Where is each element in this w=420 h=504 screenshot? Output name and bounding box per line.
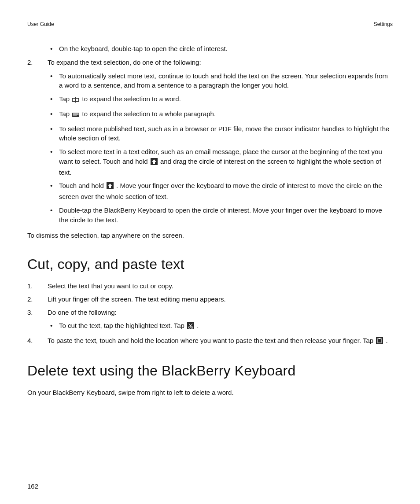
step-3: 3. Do one of the following: To cut the t… bbox=[27, 308, 393, 332]
list-item: Tap to expand the selection to a whole p… bbox=[50, 109, 393, 120]
list-item: Tap to expand the selection to a word. bbox=[50, 94, 393, 105]
step-text: Lift your finger off the screen. The tex… bbox=[48, 295, 226, 303]
step-text: . bbox=[386, 337, 388, 344]
paste-icon bbox=[376, 337, 383, 347]
step-text: Select the text that you want to cut or … bbox=[48, 282, 173, 290]
text: Tap bbox=[59, 95, 71, 103]
text: to expand the selection to a word. bbox=[82, 95, 181, 103]
shift-icon bbox=[107, 182, 114, 192]
step-4: 4. To paste the text, touch and hold the… bbox=[27, 336, 393, 347]
select-paragraph-icon bbox=[72, 110, 79, 120]
cut-icon bbox=[187, 322, 194, 332]
shift-icon bbox=[151, 158, 158, 168]
text: to expand the selection to a whole parag… bbox=[82, 110, 216, 118]
svg-rect-5 bbox=[73, 113, 79, 114]
text: Touch and hold bbox=[59, 182, 106, 189]
header-right: Settings bbox=[374, 21, 393, 27]
select-word-icon bbox=[72, 96, 79, 105]
step-number: 2. bbox=[27, 58, 41, 67]
step-text: To paste the text, touch and hold the lo… bbox=[48, 337, 375, 344]
list-item: To cut the text, tap the highlighted tex… bbox=[50, 321, 393, 332]
svg-rect-1 bbox=[73, 99, 75, 101]
svg-rect-7 bbox=[73, 115, 77, 116]
text: Tap bbox=[59, 110, 71, 118]
list-item: To select more text in a text editor, su… bbox=[50, 147, 393, 177]
dismiss-note: To dismiss the selection, tap anywhere o… bbox=[27, 231, 393, 240]
step-number: 3. bbox=[27, 308, 41, 317]
running-header: User Guide Settings bbox=[27, 21, 393, 27]
text: . bbox=[197, 322, 199, 329]
svg-rect-17 bbox=[379, 338, 380, 339]
delete-body: On your BlackBerry Keyboard, swipe from … bbox=[27, 388, 393, 397]
list-item: Double-tap the BlackBerry Keyboard to op… bbox=[50, 206, 393, 225]
step-2: 2. Lift your finger off the screen. The … bbox=[27, 294, 393, 304]
step-text: Do one of the following: bbox=[48, 309, 117, 316]
header-left: User Guide bbox=[27, 21, 54, 27]
ccp-steps: 1. Select the text that you want to cut … bbox=[27, 281, 393, 347]
step-number: 4. bbox=[27, 336, 41, 346]
step-lead: To expand the text selection, do one of … bbox=[48, 59, 201, 66]
text: To cut the text, tap the highlighted tex… bbox=[59, 322, 186, 329]
svg-rect-6 bbox=[73, 114, 79, 115]
list-item: To select more published text, such as i… bbox=[50, 124, 393, 143]
step-continued: On the keyboard, double-tap to open the … bbox=[27, 44, 393, 54]
step-number: 2. bbox=[27, 294, 41, 304]
svg-rect-2 bbox=[76, 99, 78, 101]
list-item: To automatically select more text, conti… bbox=[50, 71, 393, 91]
step-2: 2. To expand the text selection, do one … bbox=[27, 58, 393, 225]
page-number: 162 bbox=[27, 482, 38, 490]
heading-cut-copy-paste: Cut, copy, and paste text bbox=[27, 256, 393, 272]
selection-steps: On the keyboard, double-tap to open the … bbox=[27, 44, 393, 224]
step-number: 1. bbox=[27, 281, 41, 291]
list-item: Touch and hold . Move your finger over t… bbox=[50, 181, 393, 202]
list-item: On the keyboard, double-tap to open the … bbox=[50, 44, 393, 54]
heading-delete-text: Delete text using the BlackBerry Keyboar… bbox=[27, 363, 393, 379]
step-1: 1. Select the text that you want to cut … bbox=[27, 281, 393, 291]
